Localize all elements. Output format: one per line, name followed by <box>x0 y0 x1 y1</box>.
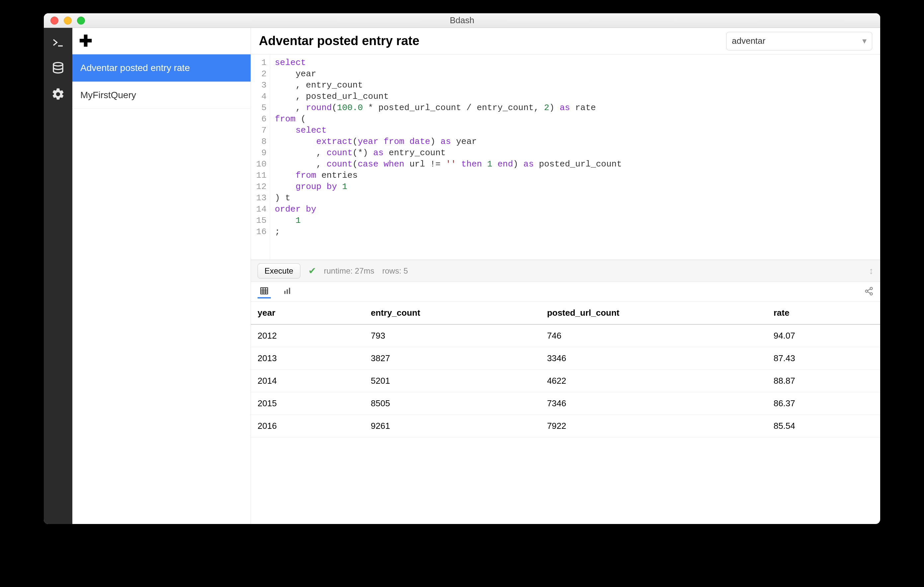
query-title: Adventar posted entry rate <box>259 34 719 48</box>
table-cell: 88.87 <box>767 370 880 392</box>
svg-rect-7 <box>284 291 286 294</box>
table-cell: 2014 <box>251 370 364 392</box>
minimize-window-button[interactable] <box>64 16 72 25</box>
svg-point-10 <box>870 287 873 289</box>
svg-line-13 <box>868 291 870 293</box>
chevron-down-icon: ▾ <box>862 36 866 46</box>
table-header-row: yearentry_countposted_url_countrate <box>251 302 880 324</box>
svg-rect-2 <box>261 288 268 294</box>
table-cell: 793 <box>364 324 540 347</box>
table-cell: 4622 <box>540 370 767 392</box>
gear-icon[interactable] <box>50 86 66 102</box>
table-cell: 5201 <box>364 370 540 392</box>
query-list: Adventar posted entry rateMyFirstQuery <box>73 54 251 109</box>
table-view-tab[interactable] <box>257 285 271 298</box>
resize-handle-icon[interactable]: ↕ <box>869 266 874 276</box>
column-header[interactable]: posted_url_count <box>540 302 767 324</box>
window-title: Bdash <box>44 15 880 26</box>
sidebar-item-label: Adventar posted entry rate <box>80 62 190 73</box>
column-header[interactable]: entry_count <box>364 302 540 324</box>
new-query-button[interactable]: ✚ <box>79 33 92 49</box>
table-cell: 3346 <box>540 347 767 370</box>
table-cell: 746 <box>540 324 767 347</box>
table-row: 201279374694.07 <box>251 324 880 347</box>
svg-line-14 <box>868 289 870 291</box>
svg-point-11 <box>866 290 868 292</box>
table-row: 20158505734686.37 <box>251 392 880 415</box>
sidebar-item-query[interactable]: MyFirstQuery <box>73 82 251 109</box>
titlebar: Bdash <box>44 13 880 28</box>
svg-point-12 <box>870 293 873 295</box>
chart-view-tab[interactable] <box>281 285 294 298</box>
table-cell: 3827 <box>364 347 540 370</box>
table-cell: 2012 <box>251 324 364 347</box>
table-cell: 2016 <box>251 415 364 437</box>
editor-code[interactable]: select year , entry_count , posted_url_c… <box>270 54 627 260</box>
table-cell: 85.54 <box>767 415 880 437</box>
rows-label: rows: 5 <box>382 266 408 276</box>
database-icon[interactable] <box>50 60 66 76</box>
traffic-lights <box>44 16 85 25</box>
sidebar-item-query[interactable]: Adventar posted entry rate <box>73 54 251 82</box>
result-tabs <box>251 282 880 302</box>
editor-gutter: 12345678910111213141516 <box>251 54 270 260</box>
nav-rail <box>44 28 73 524</box>
table-cell: 2013 <box>251 347 364 370</box>
app-body: ✚ Adventar posted entry rateMyFirstQuery… <box>44 28 880 524</box>
runtime-label: runtime: 27ms <box>324 266 375 276</box>
run-toolbar: Execute ✔ runtime: 27ms rows: 5 ↕ <box>251 260 880 282</box>
table-cell: 8505 <box>364 392 540 415</box>
zoom-window-button[interactable] <box>77 16 85 25</box>
table-body: 201279374694.0720133827334687.4320145201… <box>251 324 880 437</box>
share-icon[interactable] <box>864 286 874 297</box>
sidebar-header: ✚ <box>73 28 251 54</box>
success-check-icon: ✔ <box>309 265 316 276</box>
main-header: Adventar posted entry rate adventar ▾ <box>251 28 880 54</box>
close-window-button[interactable] <box>50 16 58 25</box>
table-row: 20133827334687.43 <box>251 347 880 370</box>
datasource-select[interactable]: adventar ▾ <box>726 32 872 50</box>
datasource-selected-label: adventar <box>732 36 766 46</box>
table-cell: 7346 <box>540 392 767 415</box>
sidebar-item-label: MyFirstQuery <box>80 90 136 100</box>
results-table: yearentry_countposted_url_countrate 2012… <box>251 302 880 437</box>
results-pane: yearentry_countposted_url_countrate 2012… <box>251 302 880 524</box>
table-row: 20145201462288.87 <box>251 370 880 392</box>
main-pane: Adventar posted entry rate adventar ▾ 12… <box>251 28 880 524</box>
table-cell: 87.43 <box>767 347 880 370</box>
table-cell: 94.07 <box>767 324 880 347</box>
svg-rect-9 <box>289 288 290 294</box>
terminal-icon[interactable] <box>50 35 66 50</box>
column-header[interactable]: rate <box>767 302 880 324</box>
table-row: 20169261792285.54 <box>251 415 880 437</box>
table-cell: 9261 <box>364 415 540 437</box>
svg-point-1 <box>53 62 63 66</box>
table-cell: 7922 <box>540 415 767 437</box>
app-window: Bdash ✚ <box>44 13 880 524</box>
execute-button[interactable]: Execute <box>257 263 300 279</box>
column-header[interactable]: year <box>251 302 364 324</box>
svg-rect-8 <box>287 289 288 294</box>
sql-editor[interactable]: 12345678910111213141516 select year , en… <box>251 54 880 260</box>
table-cell: 2015 <box>251 392 364 415</box>
query-sidebar: ✚ Adventar posted entry rateMyFirstQuery <box>73 28 251 524</box>
table-cell: 86.37 <box>767 392 880 415</box>
